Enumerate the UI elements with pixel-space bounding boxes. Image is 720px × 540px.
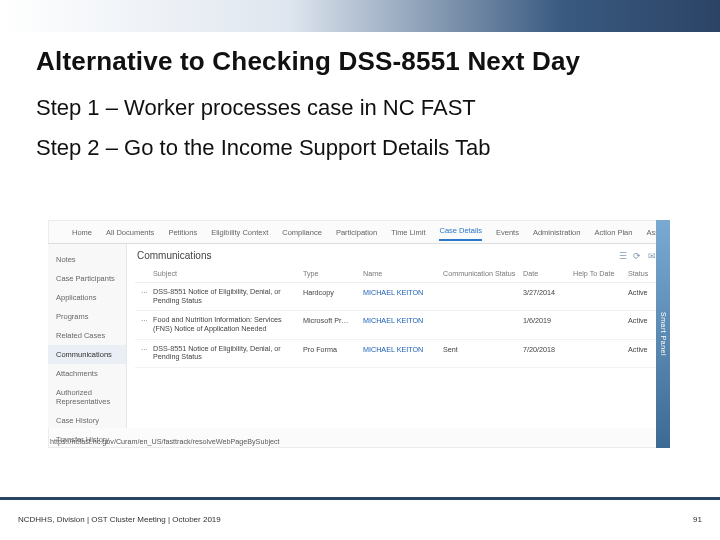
table-cell: Sent	[437, 339, 517, 367]
table-cell: DSS-8551 Notice of Eligibility, Denial, …	[147, 283, 297, 311]
table-cell: Microsoft Pro Forma	[297, 311, 357, 339]
table-row[interactable]: ⋯Food and Nutrition Information: Service…	[135, 311, 662, 339]
app-main: Communications ☰ ⟳ ✉ SubjectTypeNameComm…	[127, 244, 670, 428]
tab-item[interactable]: Action Plan	[594, 228, 632, 241]
tab-item[interactable]: Petitions	[168, 228, 197, 241]
table-cell: 7/20/2018	[517, 339, 567, 367]
table-row[interactable]: ⋯DSS-8551 Notice of Eligibility, Denial,…	[135, 339, 662, 367]
step-2-text: Step 2 – Go to the Income Support Detail…	[36, 135, 720, 161]
tab-item[interactable]: Participation	[336, 228, 377, 241]
sidebar-item[interactable]: Case History	[48, 411, 126, 430]
panel-title: Communications	[137, 250, 211, 261]
column-header: Help To Date	[567, 265, 622, 283]
table-cell	[567, 311, 622, 339]
column-header: Date	[517, 265, 567, 283]
column-header: Subject	[147, 265, 297, 283]
sidebar-item[interactable]: Communications	[48, 345, 126, 364]
table-cell: Food and Nutrition Information: Services…	[147, 311, 297, 339]
tab-item[interactable]: Administration	[533, 228, 581, 241]
sidebar-item[interactable]: Programs	[48, 307, 126, 326]
table-cell: ⋯	[135, 339, 147, 367]
sidebar-item[interactable]: Authorized Representatives	[48, 383, 126, 411]
tab-item[interactable]: Time Limit	[391, 228, 425, 241]
app-screenshot: HomeAll DocumentsPetitionsEligibility Co…	[48, 220, 670, 448]
app-tabs: HomeAll DocumentsPetitionsEligibility Co…	[48, 220, 670, 244]
browser-url: https://ncfast.nc.gov/Curam/en_US/fasttr…	[50, 437, 280, 446]
tab-item[interactable]: Events	[496, 228, 519, 241]
table-cell: MICHAEL KEITON	[357, 283, 437, 311]
sidebar-item[interactable]: Case Participants	[48, 269, 126, 288]
app-sidebar: NotesCase ParticipantsApplicationsProgra…	[48, 244, 127, 428]
sidebar-item[interactable]: Related Cases	[48, 326, 126, 345]
tab-item[interactable]: Eligibility Context	[211, 228, 268, 241]
table-cell: ⋯	[135, 311, 147, 339]
sidebar-item[interactable]: Notes	[48, 250, 126, 269]
sidebar-item[interactable]: Attachments	[48, 364, 126, 383]
panel-action-icons[interactable]: ☰ ⟳ ✉	[619, 251, 658, 261]
table-cell: 1/6/2019	[517, 311, 567, 339]
table-cell	[437, 311, 517, 339]
table-cell	[567, 339, 622, 367]
sidebar-item[interactable]: Applications	[48, 288, 126, 307]
step-1-text: Step 1 – Worker processes case in NC FAS…	[36, 95, 720, 121]
column-header: Type	[297, 265, 357, 283]
table-cell	[437, 283, 517, 311]
top-accent-bar	[0, 0, 720, 32]
column-header: Communication Status	[437, 265, 517, 283]
tab-item[interactable]: All Documents	[106, 228, 154, 241]
footer-left: NCDHHS, Division | OST Cluster Meeting |…	[18, 515, 221, 524]
table-cell: 3/27/2014	[517, 283, 567, 311]
tab-item[interactable]: Compliance	[282, 228, 322, 241]
table-cell: DSS-8551 Notice of Eligibility, Denial, …	[147, 339, 297, 367]
right-panel-label: Smart Panel	[660, 312, 667, 356]
table-cell: MICHAEL KEITON	[357, 311, 437, 339]
slide-title: Alternative to Checking DSS-8551 Next Da…	[36, 46, 720, 77]
right-smart-panel[interactable]: Smart Panel	[656, 220, 670, 448]
table-cell: Pro Forma	[297, 339, 357, 367]
table-row[interactable]: ⋯DSS-8551 Notice of Eligibility, Denial,…	[135, 283, 662, 311]
tab-item[interactable]: Case Details	[439, 226, 482, 241]
column-header: Name	[357, 265, 437, 283]
tab-item[interactable]: Home	[72, 228, 92, 241]
table-cell: Hardcopy	[297, 283, 357, 311]
footer-page-number: 91	[693, 515, 702, 524]
table-cell	[567, 283, 622, 311]
table-cell: MICHAEL KEITON	[357, 339, 437, 367]
table-cell: ⋯	[135, 283, 147, 311]
slide-footer: NCDHHS, Division | OST Cluster Meeting |…	[0, 497, 720, 532]
column-header	[135, 265, 147, 283]
communications-table: SubjectTypeNameCommunication StatusDateH…	[135, 265, 662, 368]
